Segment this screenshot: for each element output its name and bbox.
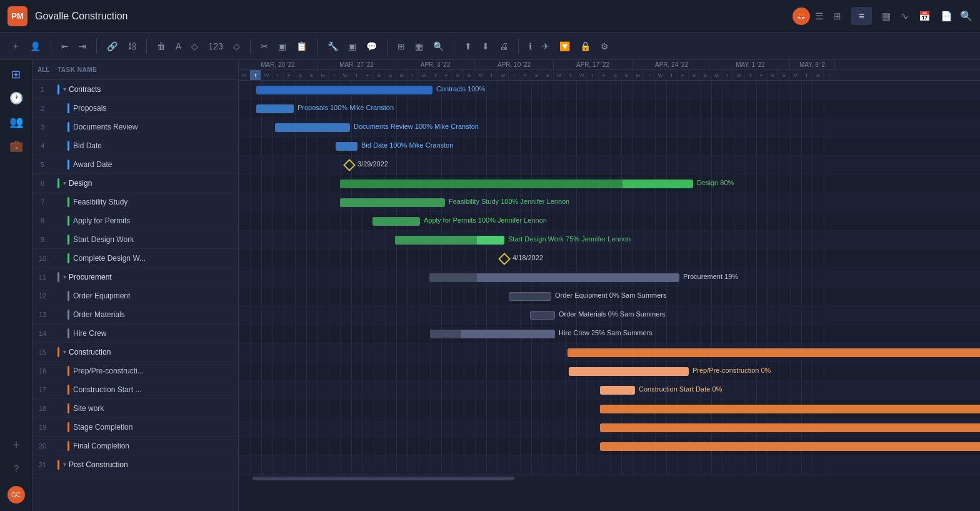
list-view-icon[interactable]: ☰: [815, 11, 823, 22]
gantt-bar[interactable]: [372, 217, 420, 226]
table-button[interactable]: ▣: [344, 39, 360, 54]
sidebar-people-icon[interactable]: 👥: [9, 115, 23, 129]
task-row[interactable]: 10 Complete Design W...: [32, 249, 238, 268]
outdent-button[interactable]: ⇤: [58, 39, 72, 54]
gantt-bar[interactable]: [530, 311, 555, 320]
task-row[interactable]: 3 Documents Review: [32, 118, 238, 136]
grid-line: [576, 250, 577, 268]
filter-button[interactable]: 🔽: [556, 39, 574, 54]
gantt-bar[interactable]: [600, 405, 980, 413]
settings-button[interactable]: ⚙: [597, 39, 612, 54]
task-row[interactable]: 9 Start Design Work: [32, 230, 238, 249]
task-row[interactable]: 8 Apply for Permits: [32, 211, 238, 230]
task-row[interactable]: 19 Stage Completion: [32, 418, 238, 437]
search-icon[interactable]: 🔍: [960, 10, 972, 22]
grid-line: [318, 156, 318, 174]
task-row[interactable]: 7 Feasibility Study: [32, 193, 238, 211]
collapse-icon[interactable]: ▾: [63, 348, 66, 355]
doc-view-icon[interactable]: 📄: [941, 11, 952, 22]
tool-button[interactable]: 🔧: [324, 39, 342, 54]
grid-line: [261, 137, 262, 155]
grid-line: [318, 456, 318, 474]
print-button[interactable]: 🖨: [496, 39, 512, 54]
task-row[interactable]: 15 ▾ Construction: [32, 343, 238, 362]
grid-line: [351, 381, 352, 399]
calendar-view-icon[interactable]: 📅: [919, 11, 931, 22]
gantt-bar[interactable]: [340, 180, 693, 188]
grid-view-icon[interactable]: ▦: [882, 11, 891, 22]
font-button[interactable]: A: [172, 39, 185, 54]
collapse-icon[interactable]: ▾: [63, 461, 66, 468]
task-row[interactable]: 12 Order Equipment: [32, 286, 238, 305]
gantt-area[interactable]: MAR, 20 '22 MAR, 27 '22 APR, 3 '22 APR, …: [239, 60, 980, 511]
shape-button[interactable]: ◇: [229, 39, 244, 54]
add-user-button[interactable]: 👤: [26, 39, 44, 54]
copy-button[interactable]: ▣: [274, 39, 290, 54]
zoom-button[interactable]: 🔍: [429, 39, 448, 54]
task-row[interactable]: 18 Site work: [32, 399, 238, 418]
task-row[interactable]: 5 Award Date: [32, 155, 238, 174]
task-row[interactable]: 16 Prep/Pre-constructi...: [32, 362, 238, 380]
delete-button[interactable]: 🗑: [153, 39, 169, 54]
collapse-icon[interactable]: ▾: [63, 86, 66, 93]
gantt-bar[interactable]: [568, 348, 980, 357]
task-row[interactable]: 14 Hire Crew: [32, 324, 238, 343]
comment-button[interactable]: 💬: [362, 39, 381, 54]
gantt-bar[interactable]: [340, 198, 445, 207]
gantt-row: Documents Review 100% Mike Cranston: [239, 118, 980, 137]
task-row[interactable]: 20 Final Completion: [32, 437, 238, 455]
user-avatar-top[interactable]: 🦊: [792, 8, 810, 25]
grid-line: [250, 81, 251, 99]
collapse-icon[interactable]: ▾: [63, 180, 66, 186]
gantt-bar[interactable]: [336, 142, 358, 151]
fill-button[interactable]: ◇: [188, 39, 202, 54]
indent-button[interactable]: ⇥: [75, 39, 90, 54]
link-button[interactable]: 🔗: [103, 39, 121, 54]
share-button[interactable]: ✈: [538, 39, 553, 54]
unlink-button[interactable]: ⛓: [124, 39, 140, 54]
task-row[interactable]: 4 Bid Date: [32, 136, 238, 155]
gantt-bar[interactable]: [429, 273, 679, 282]
gantt-bar[interactable]: [256, 86, 432, 94]
gantt-bar[interactable]: [395, 236, 504, 245]
task-row[interactable]: 2 Proposals: [32, 99, 238, 118]
sidebar-work-icon[interactable]: 💼: [9, 139, 23, 153]
task-row[interactable]: 6 ▾ Design: [32, 174, 238, 193]
add-task-button[interactable]: ＋: [8, 38, 24, 54]
chart-view-icon[interactable]: ∿: [901, 11, 909, 22]
grid-toggle-button[interactable]: ▦: [411, 39, 427, 54]
lock-button[interactable]: 🔒: [576, 39, 594, 54]
sidebar-user-avatar[interactable]: GC: [8, 486, 25, 503]
sidebar-home-icon[interactable]: ⊞: [11, 68, 21, 81]
gantt-bar[interactable]: [569, 367, 689, 376]
grid-line: [329, 306, 329, 324]
collapse-icon[interactable]: ▾: [63, 273, 66, 280]
info-button[interactable]: ℹ: [525, 39, 536, 54]
gantt-bar[interactable]: [430, 330, 555, 338]
number-button[interactable]: 123: [204, 39, 226, 54]
gantt-bar[interactable]: [275, 123, 350, 132]
sidebar-help-icon[interactable]: ？: [11, 463, 21, 476]
import-down-button[interactable]: ⬇: [478, 39, 493, 54]
task-row[interactable]: 1 ▾ Contracts: [32, 80, 238, 99]
task-row[interactable]: 17 Construction Start ...: [32, 380, 238, 399]
split-button[interactable]: ⊞: [394, 39, 409, 54]
sidebar-add-icon[interactable]: ＋: [10, 436, 22, 453]
task-row[interactable]: 13 Order Materials: [32, 305, 238, 324]
timeline-view-icon[interactable]: ⊞: [833, 11, 841, 22]
gantt-bar[interactable]: [600, 423, 980, 432]
cut-button[interactable]: ✂: [257, 39, 272, 54]
gantt-bar[interactable]: [256, 104, 294, 113]
gantt-bar[interactable]: [600, 442, 980, 451]
gantt-view-icon[interactable]: ≡: [851, 7, 872, 25]
sidebar-recent-icon[interactable]: 🕐: [9, 91, 23, 105]
task-row[interactable]: 21 ▾ Post Construction: [32, 455, 238, 474]
grid-line: [779, 118, 779, 136]
paste-button[interactable]: 📋: [292, 39, 311, 54]
grid-line: [554, 400, 554, 418]
task-row[interactable]: 11 ▾ Procurement: [32, 268, 238, 286]
app-icon[interactable]: PM: [8, 6, 28, 26]
gantt-bar[interactable]: [509, 292, 551, 301]
gantt-bar[interactable]: [600, 386, 635, 395]
export-up-button[interactable]: ⬆: [461, 39, 476, 54]
